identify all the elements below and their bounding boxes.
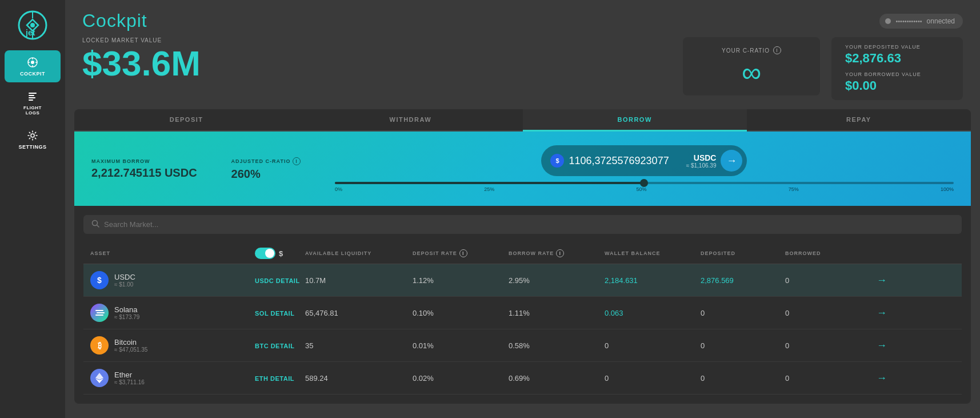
tab-repay[interactable]: REPAY [747,109,971,132]
eth-borrow-rate: 0.69% [509,374,600,383]
slider-label-0: 0% [335,186,342,192]
sidebar-item-cockpit[interactable]: COCKPIT [5,50,61,82]
svg-point-15 [31,134,34,137]
asset-cell-eth: Ether ≈ $3,711.16 [90,369,250,387]
search-input[interactable] [104,220,954,229]
slider-label-75: 75% [789,186,799,192]
sidebar-item-flight-logs[interactable]: FLIGHT LOGS [5,85,61,121]
eth-borrowed: 0 [785,374,854,383]
usdc-asset-info: USDC ≈ $1.00 [114,273,135,288]
connection-status-dot [885,18,891,24]
borrow-amount-input[interactable]: 1106,3725576923077 [569,155,681,167]
slider-label-25: 25% [484,186,494,192]
th-available-liquidity: AVAILABLE LIQUIDITY [305,248,408,259]
borrow-rate-info-icon[interactable]: i [556,249,564,257]
adjusted-c-ratio-info-icon[interactable]: i [293,157,301,165]
svg-marker-21 [95,373,103,380]
borrowed-value: $0.00 [845,78,949,93]
usdc-arrow[interactable]: → [858,274,887,286]
sol-name: Solana [114,305,139,314]
btc-arrow[interactable]: → [858,340,887,352]
svg-rect-20 [95,315,103,316]
btc-asset-icon: ₿ [90,336,109,355]
table-header: ASSET $ AVAILABLE LIQUIDITY DEPOSIT RATE… [83,243,962,264]
usdc-input-icon: $ [550,154,564,168]
table: ASSET $ AVAILABLE LIQUIDITY DEPOSIT RATE… [83,243,962,395]
usdc-detail-link[interactable]: USDC DETAIL [255,277,300,284]
usdc-detail[interactable]: USDC DETAIL [255,276,301,285]
logo-icon: jet [18,10,47,40]
toggle-button[interactable] [255,248,275,259]
eth-detail[interactable]: ETH DETAIL [255,374,301,383]
svg-text:jet: jet [25,28,35,37]
usdc-borrowed: 0 [785,276,854,285]
borrow-currency-display: USDC ≈ $1,106.39 [686,153,717,169]
sol-arrow[interactable]: → [858,307,887,319]
max-borrow-label: MAXIMUM BORROW [91,158,197,164]
connection-badge[interactable]: •••••••••••• onnected [879,14,963,29]
th-borrowed: BORROWED [785,248,854,259]
th-borrow-rate: BORROW RATE i [509,248,600,259]
tabs-container: DEPOSIT WITHDRAW BORROW REPAY [74,109,971,132]
locked-market-value-section: LOCKED MARKET VALUE $33.6M [82,37,671,81]
locked-market-value-number: $33.6M [82,46,671,81]
sol-detail[interactable]: SOL DETAIL [255,309,301,317]
header-right: •••••••••••• onnected [879,14,963,29]
btc-price: ≈ $47,051.35 [114,347,147,353]
eth-liquidity: 589.24 [305,374,408,383]
borrow-submit-button[interactable]: → [721,150,742,172]
eth-arrow[interactable]: → [858,372,887,384]
deposited-value-label: YOUR DEPOSITED VALUE [845,44,949,50]
page-title: Cockpit [82,10,147,31]
c-ratio-box: YOUR C-RATIO i ∞ [683,37,820,95]
dollar-sign: $ [279,249,283,258]
usdc-price: ≈ $1.00 [114,281,135,288]
th-deposited: DEPOSITED [701,248,781,259]
usdc-deposit-rate: 1.12% [413,276,504,285]
borrow-input-row: $ 1106,3725576923077 USDC ≈ $1,106.39 → [541,145,747,176]
usdc-wallet-balance: 2,184.631 [605,276,696,285]
tab-borrow[interactable]: BORROW [523,109,747,132]
c-ratio-info-icon[interactable]: i [773,46,781,54]
tab-deposit[interactable]: DEPOSIT [74,109,298,132]
sol-borrowed: 0 [785,309,854,317]
eth-wallet-balance: 0 [605,374,696,383]
borrow-slider-fill [335,182,645,184]
deposited-value-section: YOUR DEPOSITED VALUE $2,876.63 [845,44,949,66]
sidebar-item-cockpit-label: COCKPIT [20,71,45,77]
c-ratio-label: YOUR C-RATIO [722,47,770,54]
table-row[interactable]: $ USDC ≈ $1.00 USDC DETAIL 10.7M 1.12% 2… [83,264,962,297]
borrow-slider-track[interactable] [335,182,954,184]
sol-wallet-balance: 0.063 [605,309,696,317]
svg-rect-11 [29,93,37,94]
sidebar-nav: COCKPIT FLIGHT LOGS SETTINGS [0,50,65,156]
wallet-address: •••••••••••• [895,18,922,25]
btc-detail[interactable]: BTC DETAIL [255,341,301,350]
deposited-value: $2,876.63 [845,51,949,66]
tab-withdraw[interactable]: WITHDRAW [298,109,522,132]
stats-row: LOCKED MARKET VALUE $33.6M YOUR C-RATIO … [65,37,980,109]
table-row[interactable]: Solana ≈ $173.79 SOL DETAIL 65,476.81 0.… [83,297,962,329]
locked-market-value-label: LOCKED MARKET VALUE [82,37,671,43]
table-row[interactable]: Ether ≈ $3,711.16 ETH DETAIL 589.24 0.02… [83,362,962,395]
search-bar [83,215,962,234]
borrow-panel: MAXIMUM BORROW 2,212.745115 USDC ADJUSTE… [74,132,971,206]
borrowed-value-section: YOUR BORROWED VALUE $0.00 [845,71,949,93]
sol-asset-icon [90,304,109,322]
svg-rect-13 [29,97,35,98]
sidebar-item-settings[interactable]: SETTINGS [5,124,61,156]
max-borrow-stat: MAXIMUM BORROW 2,212.745115 USDC [91,158,197,180]
table-row[interactable]: ₿ Bitcoin ≈ $47,051.35 BTC DETAIL 35 0.0… [83,329,962,362]
c-ratio-header: YOUR C-RATIO i [722,46,781,54]
btc-asset-info: Bitcoin ≈ $47,051.35 [114,338,147,353]
btc-detail-link[interactable]: BTC DETAIL [255,343,295,349]
eth-detail-link[interactable]: ETH DETAIL [255,375,294,382]
svg-point-1 [30,23,35,27]
borrow-slider-thumb [640,179,648,187]
deposit-rate-info-icon[interactable]: i [459,249,467,257]
sol-price: ≈ $173.79 [114,314,139,320]
borrowed-value-label: YOUR BORROWED VALUE [845,71,949,77]
usdc-borrow-rate: 2.95% [509,276,600,285]
sol-detail-link[interactable]: SOL DETAIL [255,310,294,317]
svg-point-6 [31,61,34,64]
